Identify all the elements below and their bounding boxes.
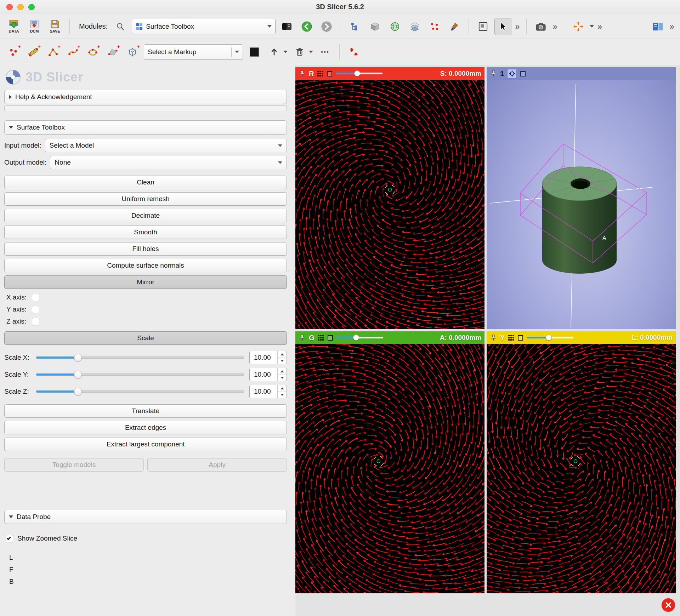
pin-icon[interactable] — [490, 334, 497, 341]
chevron-down-icon[interactable] — [590, 25, 594, 28]
create-plane-button[interactable]: + — [104, 44, 121, 61]
toggle-markup-visibility-button[interactable] — [345, 44, 362, 61]
create-roi-button[interactable]: + — [124, 44, 141, 61]
model-sphere-button[interactable] — [386, 18, 403, 35]
y-axis-checkbox[interactable] — [32, 306, 39, 313]
threed-viewport[interactable]: A — [487, 80, 676, 329]
input-model-combobox[interactable]: Select a Model — [45, 139, 287, 152]
mirror-button[interactable]: Mirror — [4, 275, 287, 289]
pin-icon[interactable] — [299, 334, 306, 341]
markups-module-button[interactable] — [426, 18, 443, 35]
module-history-button[interactable] — [278, 18, 295, 35]
spin-down-button[interactable] — [278, 358, 287, 364]
green-slice-viewport[interactable] — [295, 344, 484, 593]
clean-button[interactable]: Clean — [4, 176, 287, 189]
close-window-button[interactable] — [6, 4, 13, 10]
slice-link-grid-icon[interactable] — [317, 70, 323, 77]
paint-brush-button[interactable] — [446, 18, 463, 35]
scale-x-slider[interactable] — [36, 353, 244, 362]
markup-selector-combobox[interactable]: Select a Markup — [144, 44, 243, 60]
spin-up-button[interactable] — [278, 385, 287, 392]
show-zoomed-slice-checkbox[interactable] — [6, 535, 13, 542]
decimate-button[interactable]: Decimate — [4, 209, 287, 222]
create-open-curve-button[interactable]: + — [64, 44, 81, 61]
place-point-button[interactable] — [266, 44, 283, 61]
zoom-window-button[interactable] — [28, 4, 35, 10]
extensions-button[interactable] — [649, 18, 666, 35]
smooth-button[interactable]: Smooth — [4, 226, 287, 239]
scale-y-spinbox[interactable]: 10.00 — [249, 368, 287, 381]
toolbar-overflow-chevron[interactable]: » — [669, 22, 675, 32]
chevron-down-icon[interactable] — [309, 51, 313, 53]
markup-more-options-button[interactable]: ••• — [317, 44, 334, 61]
window-level-button[interactable] — [475, 18, 492, 35]
cylinder-model[interactable] — [542, 167, 617, 274]
create-closed-curve-button[interactable]: + — [84, 44, 101, 61]
module-forward-button[interactable] — [318, 18, 335, 35]
toolbar-overflow-chevron[interactable]: » — [552, 22, 558, 32]
red-slice-canvas[interactable] — [295, 80, 484, 329]
load-data-button[interactable]: DATA — [5, 16, 23, 37]
delete-markup-button[interactable] — [291, 44, 308, 61]
compute-surface-normals-button[interactable]: Compute surface normals — [4, 259, 287, 272]
layout-tree-button[interactable] — [347, 18, 364, 35]
slice-link-grid-icon[interactable] — [318, 335, 324, 341]
scale-z-spinbox[interactable]: 10.00 — [249, 385, 287, 398]
scale-x-spinbox[interactable]: 10.00 — [249, 351, 287, 364]
create-line-button[interactable]: + — [25, 44, 42, 61]
chevron-down-icon[interactable] — [283, 51, 288, 53]
spin-down-button[interactable] — [278, 392, 287, 398]
toggle-models-button[interactable]: Toggle models — [4, 458, 144, 472]
spin-up-button[interactable] — [278, 351, 287, 358]
slice-link-grid-icon[interactable] — [508, 335, 514, 341]
close-notification-button[interactable] — [662, 598, 675, 612]
scale-z-slider[interactable] — [36, 387, 244, 396]
data-probe-section-header[interactable]: Data Probe — [4, 510, 287, 524]
pointer-tool-button[interactable] — [494, 18, 511, 35]
maximize-view-icon[interactable] — [517, 335, 523, 341]
pin-icon[interactable] — [299, 70, 306, 77]
minimize-window-button[interactable] — [17, 4, 24, 10]
z-axis-checkbox[interactable] — [32, 318, 39, 325]
extract-largest-component-button[interactable]: Extract largest component — [4, 438, 287, 451]
toolbar-overflow-chevron[interactable]: » — [597, 22, 603, 32]
screenshot-button[interactable] — [532, 18, 549, 35]
pin-icon[interactable] — [490, 70, 497, 77]
markup-color-button[interactable] — [246, 44, 263, 61]
delete-markup-split-button[interactable] — [291, 44, 314, 61]
output-model-combobox[interactable]: None — [50, 156, 287, 169]
center-view-icon[interactable] — [507, 69, 517, 79]
yellow-slice-viewport[interactable] — [487, 344, 676, 593]
maximize-view-icon[interactable] — [327, 335, 333, 341]
fill-holes-button[interactable]: Fill holes — [4, 242, 287, 256]
slice-offset-slider[interactable] — [527, 334, 573, 341]
x-axis-checkbox[interactable] — [32, 294, 39, 301]
create-point-list-button[interactable]: + — [5, 44, 22, 61]
uniform-remesh-button[interactable]: Uniform remesh — [4, 192, 287, 206]
module-selector-combobox[interactable]: Surface Toolbox — [132, 19, 276, 34]
translate-button[interactable]: Translate — [4, 404, 287, 418]
place-point-split-button[interactable] — [266, 44, 288, 61]
spin-down-button[interactable] — [278, 375, 287, 381]
create-angle-button[interactable]: + — [45, 44, 62, 61]
maximize-view-icon[interactable] — [520, 71, 526, 77]
spin-up-button[interactable] — [278, 368, 287, 375]
slice-offset-slider[interactable] — [336, 70, 382, 77]
toolbar-overflow-chevron[interactable]: » — [514, 22, 520, 32]
extract-edges-button[interactable]: Extract edges — [4, 421, 287, 434]
slice-offset-slider[interactable] — [336, 334, 383, 341]
scale-y-slider[interactable] — [36, 370, 244, 379]
save-button[interactable]: SAVE — [46, 16, 64, 37]
scale-button[interactable]: Scale — [4, 331, 287, 345]
load-dicom-button[interactable]: DCM — [26, 16, 43, 37]
apply-button[interactable]: Apply — [147, 458, 287, 472]
module-back-button[interactable] — [298, 18, 315, 35]
yellow-slice-canvas[interactable] — [487, 344, 676, 593]
crosshair-button[interactable] — [570, 18, 587, 35]
module-search-button[interactable] — [112, 18, 129, 35]
red-slice-viewport[interactable] — [295, 80, 484, 329]
maximize-view-icon[interactable] — [327, 71, 333, 77]
help-section-header[interactable]: Help & Acknowledgement — [4, 90, 287, 104]
slice-layers-button[interactable] — [406, 18, 423, 35]
surface-toolbox-section-header[interactable]: Surface Toolbox — [4, 120, 287, 135]
